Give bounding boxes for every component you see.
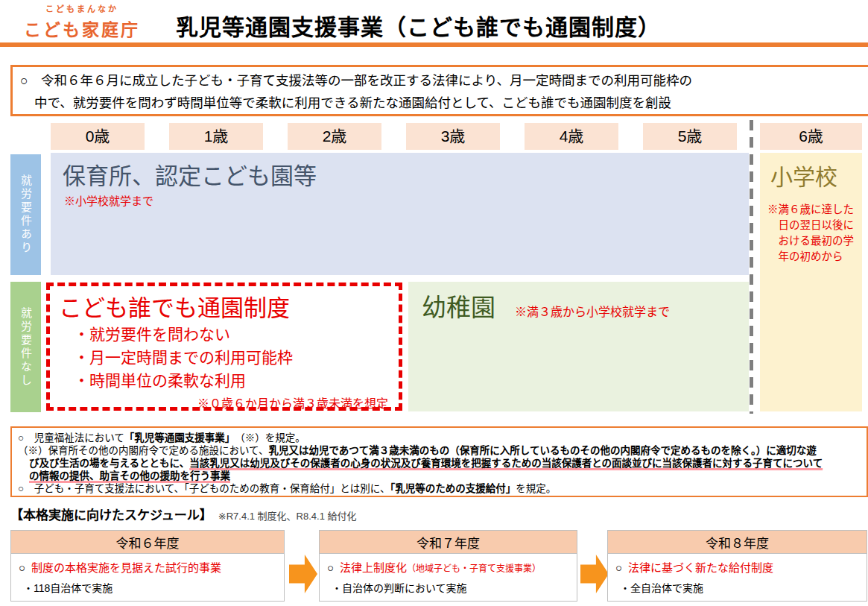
legal-line-3: び及び生活の場を与えるとともに、当該乳児又は幼児及びその保護者の心身の状況及び養… <box>18 457 864 470</box>
age-six-divider-line <box>750 120 753 414</box>
kindergarten-note: ※満３歳から小学校就学まで <box>515 302 670 320</box>
schedule-detail-item: ・118自治体で実施 <box>19 580 278 595</box>
legal-line-5: ○ 子ども・子育て支援法において、「子どものための教育・保育給付」とは別に、「乳… <box>18 482 864 495</box>
elementary-school-note: ※満６歳に達した日の翌日以後における最初の学年の初めから <box>767 202 858 265</box>
logo-name: こども家庭庁 <box>10 16 153 41</box>
legal-line-4: の情報の提供、助言その他の援助を行う事業 <box>18 470 864 482</box>
age-header-3: 3歳 <box>406 123 500 150</box>
summary-box: ○ 令和６年６月に成立した子ども・子育て支援法等の一部を改正する法律により、月一… <box>10 65 868 116</box>
schedule-year-header: 令和６年度 <box>11 531 284 554</box>
age-header-2: 2歳 <box>288 123 381 150</box>
arrow-right-icon <box>580 555 609 593</box>
summary-line-1: ○ 令和６年６月に成立した子ども・子育て支援法等の一部を改正する法律により、月一… <box>20 69 863 92</box>
schedule-heading: 【本格実施に向けたスケジュール】 <box>10 505 212 523</box>
schedule-detail-item: ・全自治体で実施 <box>615 580 861 595</box>
schedule-main-item: ○法律に基づく新たな給付制度 <box>615 559 861 575</box>
page-title: 乳児等通園支援事業（こども誰でも通園制度） <box>176 9 661 42</box>
age-header-0: 0歳 <box>51 123 145 150</box>
elementary-school-box: 小学校 ※満６歳に達した日の翌日以後における最初の学年の初めから <box>760 153 862 411</box>
anyone-commuting-program-title: こども誰でも通園制度 <box>50 286 399 323</box>
program-bullet-1: ・就労要件を問わない <box>50 323 399 346</box>
anyone-commuting-program-box: こども誰でも通園制度 ・就労要件を問わない ・月一定時間までの利用可能枠 ・時間… <box>46 283 402 411</box>
schedule-box-r6: 令和６年度 ○制度の本格実施を見据えた試行的事業 ・118自治体で実施 <box>10 530 285 602</box>
schedule-box-r7: 令和７年度 ○法律上制度化（地域子ども・子育て支援事業） ・自治体の判断において… <box>319 530 577 602</box>
elementary-school-title: 小学校 <box>760 153 862 192</box>
logo-tagline: こどもまんなか <box>10 2 153 14</box>
age-header-6: 6歳 <box>760 123 862 150</box>
schedule-main-item: ○制度の本格実施を見据えた試行的事業 <box>19 559 278 575</box>
schedule-detail-item: ・自治体の判断において実施 <box>327 580 571 595</box>
daycare-note: ※小学校就学まで <box>51 191 749 208</box>
agency-logo: こどもまんなか こども家庭庁 <box>10 2 153 41</box>
kindergarten-box: 幼稚園 ※満３歳から小学校就学まで <box>408 282 749 411</box>
age-header-1: 1歳 <box>169 123 263 150</box>
summary-line-2: 中で、就労要件を問わず時間単位等で柔軟に利用できる新たな通園給付として、こども誰… <box>20 92 863 114</box>
kindergarten-title: 幼稚園 <box>422 288 495 323</box>
daycare-box: 保育所、認定こども園等 ※小学校就学まで <box>51 153 749 275</box>
age-header-4: 4歳 <box>525 123 618 150</box>
program-bullet-2: ・月一定時間までの利用可能枠 <box>50 346 399 369</box>
row-label-employment-not-required: 就労要件なし <box>10 282 41 412</box>
legal-notes-box: ○ 児童福祉法において「乳児等通園支援事業」 （※）を規定。 （※）保育所その他… <box>10 426 868 497</box>
daycare-title: 保育所、認定こども園等 <box>51 153 749 191</box>
arrow-right-icon <box>289 555 317 593</box>
program-bullet-3: ・時間単位の柔軟な利用 <box>50 369 399 392</box>
schedule-main-item: ○法律上制度化（地域子ども・子育て支援事業） <box>327 559 571 575</box>
row-label-employment-required: 就労要件あり <box>10 154 41 275</box>
schedule-year-header: 令和７年度 <box>320 531 577 554</box>
schedule-heading-row: 【本格実施に向けたスケジュール】 ※R7.4.1 制度化、R8.4.1 給付化 <box>10 505 357 523</box>
legal-line-1: ○ 児童福祉法において「乳児等通園支援事業」 （※）を規定。 <box>18 432 864 444</box>
header-divider <box>0 42 868 47</box>
schedule-box-r8: 令和８年度 ○法律に基づく新たな給付制度 ・全自治体で実施 <box>607 530 867 602</box>
age-header-5: 5歳 <box>643 123 737 150</box>
schedule-year-header: 令和８年度 <box>608 531 867 554</box>
program-note: ※０歳６か月から満３歳未満を想定 <box>50 394 399 411</box>
legal-line-2: （※）保育所その他の内閣府令で定める施設において、乳児又は幼児であつて満３歳未満… <box>18 444 864 457</box>
schedule-heading-note: ※R7.4.1 制度化、R8.4.1 給付化 <box>218 508 357 523</box>
